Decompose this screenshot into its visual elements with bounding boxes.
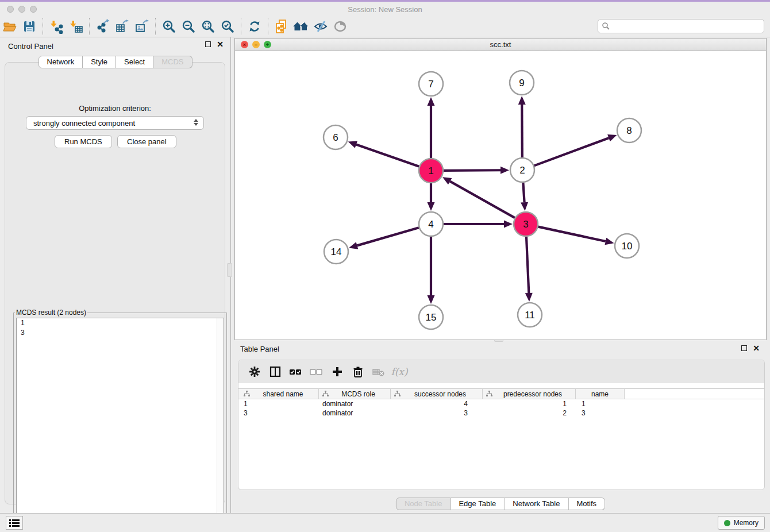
edge-arrow-4-15	[428, 295, 435, 304]
add-column-icon[interactable]	[327, 363, 348, 381]
edge-2-3[interactable]	[523, 183, 524, 202]
edge-2-8[interactable]	[534, 138, 609, 165]
tab-select[interactable]: Select	[116, 56, 153, 68]
duplicate-network-button[interactable]	[272, 18, 291, 35]
edge-3-1[interactable]	[450, 182, 515, 218]
export-image-button[interactable]	[132, 18, 152, 35]
optimization-criterion-label: Optimization criterion:	[5, 104, 225, 113]
close-table-panel-icon[interactable]: ✕	[753, 345, 760, 351]
home-button[interactable]	[291, 18, 311, 35]
edge-arrow-2-8	[607, 134, 617, 141]
network-canvas[interactable]: 7968124314101511	[235, 51, 766, 340]
column-header-predecessor-nodes[interactable]: predecessor nodes	[483, 389, 576, 399]
cell-name[interactable]: 1	[576, 400, 625, 408]
mcds-result-legend: MCDS result (2 nodes)	[15, 309, 87, 317]
delete-table-icon[interactable]	[368, 363, 389, 381]
cell-shared-name[interactable]: 3	[238, 409, 319, 417]
close-panel-button[interactable]: Close panel	[117, 135, 176, 148]
cell-predecessor-nodes[interactable]: 1	[483, 400, 576, 408]
svg-text:14: 14	[331, 246, 342, 257]
hide-panels-eye-icon[interactable]	[311, 18, 330, 35]
column-header-successor-nodes[interactable]: successor nodes	[391, 389, 483, 399]
close-panel-icon[interactable]: ✕	[217, 41, 224, 47]
network-view-window: × − + scc.txt 7968124314101511	[234, 38, 767, 340]
search-input[interactable]	[598, 19, 764, 33]
open-session-button[interactable]	[0, 18, 20, 35]
cell-shared-name[interactable]: 1	[238, 400, 319, 408]
column-type-icon	[244, 391, 250, 397]
show-panels-eye-icon[interactable]	[330, 18, 350, 35]
delete-column-trash-icon[interactable]	[348, 363, 368, 381]
graph-node-10[interactable]: 10	[615, 234, 639, 258]
graph-node-8[interactable]: 8	[617, 118, 641, 142]
edge-1-6[interactable]	[356, 145, 419, 167]
toolbar-separator	[89, 18, 90, 35]
zoom-fit-button[interactable]	[198, 18, 218, 35]
cell-successor-nodes[interactable]: 4	[391, 400, 483, 408]
graph-node-6[interactable]: 6	[324, 125, 348, 149]
edge-1-2[interactable]	[444, 170, 500, 171]
apply-function-icon[interactable]: f(x)	[389, 363, 410, 381]
cell-mcds-role[interactable]: dominator	[319, 409, 391, 417]
tab-network-table[interactable]: Network Table	[505, 498, 568, 510]
edge-2-9[interactable]	[522, 105, 522, 157]
column-header-mcds-role[interactable]: MCDS role	[319, 389, 391, 399]
export-table-button[interactable]	[113, 18, 132, 35]
cell-mcds-role[interactable]: dominator	[319, 400, 391, 408]
table-row[interactable]: 3 dominator 3 2 3	[238, 408, 764, 418]
save-session-button[interactable]	[20, 18, 39, 35]
task-history-button[interactable]	[6, 516, 23, 530]
float-table-panel-icon[interactable]	[741, 345, 747, 351]
tab-mcds[interactable]: MCDS	[153, 56, 192, 68]
control-panel: Control Panel ✕ Network Style Select MCD…	[0, 37, 231, 513]
toolbar-separator	[43, 18, 43, 35]
run-mcds-button[interactable]: Run MCDS	[55, 135, 112, 148]
select-all-icon[interactable]	[286, 363, 306, 381]
float-panel-icon[interactable]	[205, 41, 211, 47]
export-network-button[interactable]	[93, 18, 113, 35]
column-layout-icon[interactable]	[265, 363, 286, 381]
cell-predecessor-nodes[interactable]: 2	[483, 409, 576, 417]
result-scrollbar[interactable]	[217, 318, 224, 523]
edge-arrow-2-3	[521, 202, 528, 211]
table-panel: Table Panel ✕	[234, 342, 767, 513]
edge-3-10[interactable]	[538, 227, 606, 241]
zoom-selected-button[interactable]	[218, 18, 237, 35]
deselect-all-icon[interactable]	[306, 363, 327, 381]
main-titlebar: Session: New Session	[0, 2, 770, 16]
graph-node-2[interactable]: 2	[510, 158, 534, 182]
graph-node-7[interactable]: 7	[419, 72, 443, 96]
tab-motifs[interactable]: Motifs	[568, 498, 605, 510]
column-header-shared-name[interactable]: shared name	[238, 389, 319, 399]
mcds-result-textarea[interactable]: 1 3	[16, 318, 224, 523]
graph-node-4[interactable]: 4	[419, 212, 443, 236]
graph-node-11[interactable]: 11	[518, 303, 542, 327]
graph-node-1[interactable]: 1	[419, 159, 443, 183]
graph-node-9[interactable]: 9	[510, 71, 534, 95]
graph-node-14[interactable]: 14	[324, 240, 348, 264]
vertical-splitter-grip[interactable]	[227, 263, 232, 277]
svg-text:4: 4	[428, 219, 433, 230]
zoom-out-button[interactable]	[179, 18, 198, 35]
refresh-view-button[interactable]	[245, 18, 264, 35]
zoom-in-button[interactable]	[159, 18, 179, 35]
edge-4-14[interactable]	[357, 228, 418, 245]
optimization-select[interactable]: strongly connected component	[26, 116, 204, 130]
cell-successor-nodes[interactable]: 3	[391, 409, 483, 417]
table-options-gear-icon[interactable]	[244, 363, 265, 381]
network-window-titlebar[interactable]: × − + scc.txt	[235, 38, 766, 51]
import-network-button[interactable]	[47, 18, 66, 35]
tab-network[interactable]: Network	[38, 56, 83, 68]
import-table-button[interactable]	[66, 18, 86, 35]
tab-style[interactable]: Style	[83, 56, 116, 68]
tab-edge-table[interactable]: Edge Table	[451, 498, 505, 510]
edge-3-11[interactable]	[526, 237, 529, 293]
graph-node-15[interactable]: 15	[419, 305, 443, 329]
tab-node-table[interactable]: Node Table	[396, 498, 451, 510]
cell-name[interactable]: 3	[576, 409, 625, 417]
memory-button[interactable]: Memory	[718, 516, 765, 530]
graph-node-3[interactable]: 3	[514, 212, 538, 236]
memory-status-dot	[724, 520, 730, 526]
column-header-name[interactable]: name	[576, 389, 625, 399]
table-row[interactable]: 1 dominator 4 1 1	[238, 399, 764, 408]
